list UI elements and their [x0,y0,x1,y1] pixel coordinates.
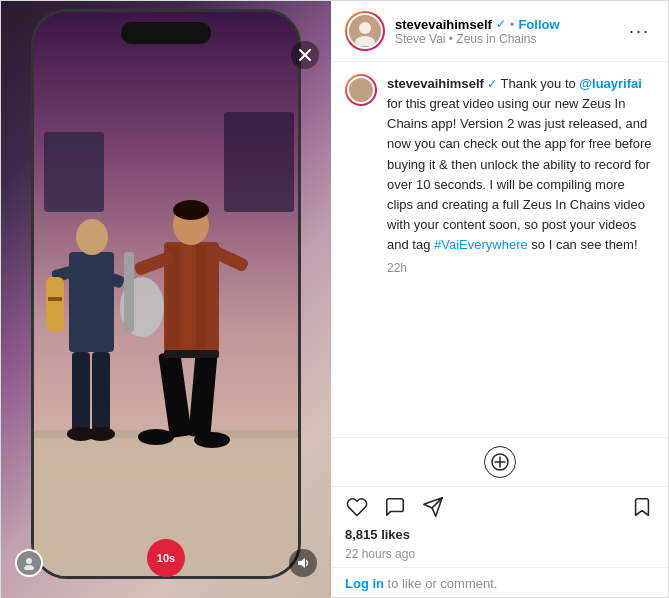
svg-point-32 [26,558,32,564]
svg-rect-1 [44,132,104,212]
musicians-scene [34,12,301,579]
caption-area: stevevaihimself ✓ Thank you to @luayrifa… [331,62,668,437]
dot-separator: • [510,17,515,32]
media-panel: 10s [1,1,331,598]
more-options-button[interactable]: ··· [625,21,654,42]
svg-rect-17 [182,245,192,349]
login-link[interactable]: Log in [345,576,384,591]
caption-verified-icon: ✓ [484,77,497,91]
username-row: stevevaihimself ✓ • Follow [395,17,625,32]
post-container: 10s ste [0,0,669,598]
caption-hashtag[interactable]: #VaiEverywhere [434,237,528,252]
svg-point-36 [355,36,375,46]
poster-avatar-wrapper[interactable] [345,11,385,51]
poster-avatar [347,13,383,49]
time-ago: 22 hours ago [331,547,668,567]
caption-avatar [347,76,375,104]
follow-button[interactable]: Follow [518,17,559,32]
svg-rect-18 [196,245,206,349]
caption-mention[interactable]: @luayrifai [579,76,642,91]
likes-count: 8,815 likes [345,527,410,542]
post-header: stevevaihimself ✓ • Follow Steve Vai • Z… [331,1,668,62]
svg-point-6 [76,219,108,255]
svg-rect-29 [164,350,219,358]
caption-username[interactable]: stevevaihimself [387,76,484,91]
caption-text-block: stevevaihimself ✓ Thank you to @luayrifa… [387,76,652,252]
svg-rect-12 [92,352,110,432]
poster-info: stevevaihimself ✓ • Follow Steve Vai • Z… [395,17,625,46]
svg-rect-9 [46,277,64,332]
viewer-avatar [15,549,43,577]
svg-rect-2 [224,112,294,212]
sound-button[interactable] [289,549,317,577]
caption-content: stevevaihimself ✓ Thank you to @luayrifa… [387,74,654,275]
content-panel: stevevaihimself ✓ • Follow Steve Vai • Z… [331,1,668,598]
caption-timestamp: 22h [387,261,654,275]
likes-row: 8,815 likes [331,523,668,547]
comment-button[interactable] [383,495,407,519]
svg-point-27 [138,429,174,445]
login-row: Log in to like or comment. [331,567,668,598]
login-suffix: to like or comment. [384,576,497,591]
bookmark-button[interactable] [630,495,654,519]
like-button[interactable] [345,495,369,519]
actions-row [331,486,668,523]
caption-avatar-wrapper[interactable] [345,74,377,106]
svg-rect-24 [124,252,134,332]
share-button[interactable] [421,495,445,519]
svg-marker-34 [298,558,305,568]
svg-point-28 [194,432,230,448]
svg-point-33 [24,565,34,570]
svg-rect-10 [48,297,62,301]
verified-icon: ✓ [496,17,506,31]
svg-rect-11 [72,352,90,432]
post-subtitle: Steve Vai • Zeus in Chains [395,32,625,46]
media-background: 10s [1,1,331,598]
add-comment-button[interactable] [484,446,516,478]
svg-point-20 [173,200,209,220]
poster-username[interactable]: stevevaihimself [395,17,492,32]
svg-point-35 [359,22,371,34]
phone-notch [121,22,211,44]
close-button[interactable] [291,41,319,69]
phone-frame [31,9,301,579]
timer-badge: 10s [147,539,185,577]
add-comment-area [331,437,668,486]
svg-point-14 [87,427,115,441]
caption-row: stevevaihimself ✓ Thank you to @luayrifa… [345,74,654,275]
